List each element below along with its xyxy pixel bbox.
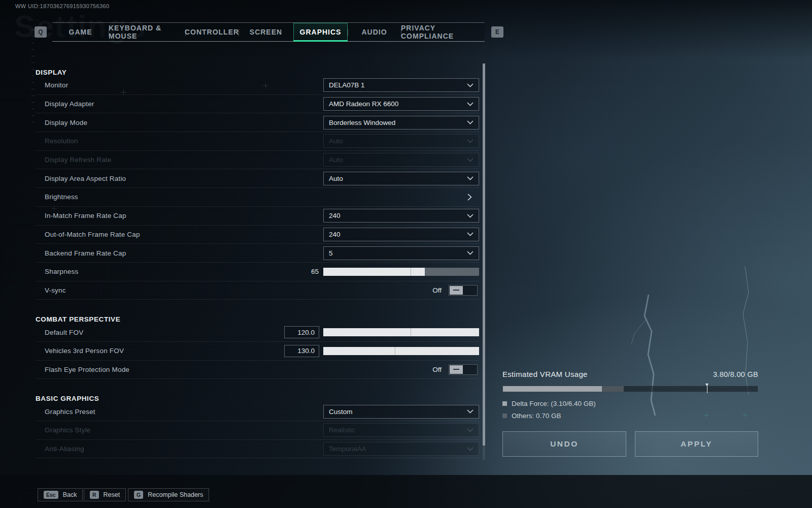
slider-fill	[323, 328, 479, 336]
row-backend-frame-rate-cap: Backend Frame Rate Cap5	[36, 244, 479, 263]
undo-button[interactable]: UNDO	[502, 431, 626, 457]
tab-keyboard-mouse[interactable]: KEYBOARD & MOUSE	[109, 23, 185, 41]
row-label: Brightness	[36, 193, 78, 201]
chevron-down-icon	[467, 232, 473, 236]
section-title-display: DISPLAY	[36, 65, 479, 76]
row-in-match-frame-rate-cap: In-Match Frame Rate Cap240	[36, 207, 479, 226]
chevron-down-icon	[467, 428, 473, 432]
vram-usage-bar	[502, 386, 758, 392]
row-resolution: ResolutionAuto	[36, 132, 479, 151]
vram-marker	[707, 386, 707, 393]
row-label: Flash Eye Protection Mode	[36, 366, 129, 373]
row-display-refresh-rate: Display Refresh RateAuto	[36, 151, 479, 170]
legend-text: Others: 0.70 GB	[512, 412, 561, 420]
dropdown-value: Custom	[329, 408, 353, 416]
apply-button[interactable]: APPLY	[635, 431, 758, 457]
tab-privacy-compliance[interactable]: PRIVACY COMPLIANCE	[401, 23, 485, 41]
chevron-down-icon	[467, 409, 473, 414]
toggle-flash-eye-protection-mode[interactable]	[449, 364, 478, 375]
slider-fill	[323, 347, 479, 355]
footer-back-button[interactable]: EscBack	[38, 488, 83, 501]
dropdown-display-adapter[interactable]: AMD Radeon RX 6600	[323, 97, 479, 111]
toggle-state-label: Off	[432, 366, 442, 373]
slider-tick	[411, 268, 411, 276]
dropdown-monitor[interactable]: DELA07B 1	[323, 78, 479, 92]
row-label: Vehicles 3rd Person FOV	[36, 347, 124, 355]
footer-recompile-shaders-button[interactable]: GRecompile Shaders	[128, 488, 209, 501]
legend-text: Delta Force: (3.10/6.40 GB)	[512, 400, 596, 407]
tab-audio[interactable]: AUDIO	[348, 23, 401, 41]
chevron-down-icon	[467, 158, 473, 162]
chevron-down-icon	[467, 102, 473, 106]
dropdown-value: AMD Radeon RX 6600	[329, 100, 398, 108]
minus-icon	[453, 290, 459, 291]
slider-vehicles-3rd-person-fov[interactable]	[323, 347, 479, 355]
tab-graphics[interactable]: GRAPHICS	[293, 23, 348, 41]
toggle-v-sync[interactable]	[449, 285, 478, 296]
settings-list: DISPLAYMonitorDELA07B 1Display AdapterAM…	[36, 61, 479, 461]
chevron-down-icon	[467, 120, 473, 124]
slider-default-fov[interactable]	[323, 328, 479, 336]
tab-controller[interactable]: CONTROLLER	[185, 23, 239, 41]
row-display-area-aspect-ratio: Display Area Aspect RatioAuto	[36, 169, 479, 188]
chevron-right-icon[interactable]	[467, 194, 472, 201]
row-v-sync: V-syncOff	[36, 281, 479, 300]
tab-label: GAME	[69, 28, 92, 36]
row-brightness: Brightness	[36, 188, 479, 207]
row-label: Display Mode	[36, 119, 87, 126]
row-anti-aliasing: Anti-AliasingTemporalAA	[36, 440, 479, 459]
dropdown-display-refresh-rate: Auto	[323, 153, 479, 167]
settings-tabbar: GAMEKEYBOARD & MOUSECONTROLLERSCREENGRAP…	[52, 22, 485, 42]
dropdown-in-match-frame-rate-cap[interactable]: 240	[323, 209, 479, 223]
footer-reset-button[interactable]: RReset	[84, 488, 126, 501]
vram-usage-total: 3.80/8.00 GB	[604, 370, 758, 378]
next-tab-hotkey-badge[interactable]: E	[491, 26, 503, 38]
row-label: Anti-Aliasing	[36, 445, 84, 453]
slider-sharpness[interactable]	[323, 268, 479, 276]
dropdown-out-of-match-frame-rate-cap[interactable]: 240	[323, 228, 479, 241]
row-display-adapter: Display AdapterAMD Radeon RX 6600	[36, 95, 479, 114]
dropdown-backend-frame-rate-cap[interactable]: 5	[323, 246, 479, 260]
scrollbar-thumb[interactable]	[483, 64, 485, 446]
toggle-state-label: Off	[432, 287, 442, 294]
settings-scrollbar[interactable]	[483, 64, 485, 460]
row-default-fov: Default FOV	[36, 323, 479, 342]
legend-item-0: Delta Force: (3.10/6.40 GB)	[502, 397, 596, 409]
tab-screen[interactable]: SCREEN	[239, 23, 293, 41]
toggle-knob	[450, 286, 463, 295]
row-label: Default FOV	[36, 329, 83, 336]
dropdown-graphics-preset[interactable]: Custom	[323, 405, 479, 419]
dropdown-value: Auto	[329, 175, 343, 182]
vram-segment-others	[602, 386, 624, 392]
dropdown-value: TemporalAA	[329, 445, 366, 453]
row-vehicles-3rd-person-fov: Vehicles 3rd Person FOV	[36, 342, 479, 361]
row-display-mode: Display ModeBorderless Windowed	[36, 113, 479, 132]
row-label: V-sync	[36, 287, 66, 294]
row-label: Sharpness	[36, 268, 78, 275]
tab-game[interactable]: GAME	[52, 23, 109, 41]
prev-tab-hotkey-badge[interactable]: Q	[35, 26, 47, 38]
row-out-of-match-frame-rate-cap: Out-of-Match Frame Rate Cap240	[36, 226, 479, 244]
legend-swatch	[502, 414, 507, 418]
dropdown-value: Realistic	[329, 426, 355, 434]
chevron-down-icon	[467, 83, 473, 87]
footer-bar: EscBackRResetGRecompile Shaders	[0, 475, 812, 508]
row-sharpness: Sharpness65	[36, 263, 479, 281]
row-label: Monitor	[36, 81, 68, 89]
chevron-down-icon	[467, 214, 473, 218]
section-title-label: BASIC GRAPHICS	[36, 395, 99, 402]
hotkey-badge: R	[90, 491, 99, 499]
dropdown-display-area-aspect-ratio[interactable]: Auto	[323, 172, 479, 185]
footer-button-label: Reset	[104, 491, 120, 498]
dropdown-display-mode[interactable]: Borderless Windowed	[323, 116, 479, 130]
chevron-down-icon	[467, 447, 473, 451]
input-default-fov[interactable]	[284, 326, 319, 338]
slider-value: 65	[311, 268, 319, 275]
input-vehicles-3rd-person-fov[interactable]	[284, 345, 319, 357]
tab-label: KEYBOARD & MOUSE	[109, 24, 185, 40]
hotkey-badge: G	[134, 491, 143, 499]
vram-usage-title: Estimated VRAM Usage	[502, 370, 588, 378]
dropdown-anti-aliasing: TemporalAA	[323, 442, 479, 456]
row-label: Graphics Style	[36, 426, 91, 434]
dropdown-value: Auto	[329, 156, 343, 164]
